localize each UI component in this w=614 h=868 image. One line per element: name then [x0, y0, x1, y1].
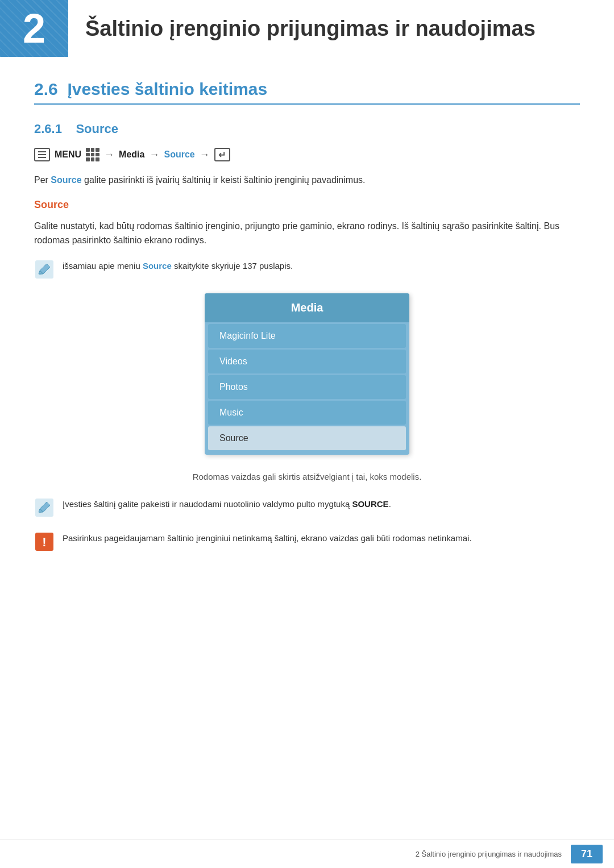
- subsection-heading: 2.6.1 Source: [34, 122, 580, 136]
- menu-item-magicinfo[interactable]: Magicinfo Lite: [208, 324, 406, 348]
- path-media: Media: [119, 149, 144, 160]
- note-block-1: išsamiau apie meniu Source skaitykite sk…: [34, 259, 580, 280]
- menu-path: MENU → Media → Source → ↵: [34, 148, 580, 161]
- footer-page-number: 71: [571, 845, 603, 863]
- source-subheading: Source: [34, 199, 580, 211]
- enter-icon: ↵: [214, 148, 230, 161]
- page-footer: 2 Šaltinio įrenginio prijungimas ir naud…: [0, 840, 614, 868]
- menu-item-videos[interactable]: Videos: [208, 350, 406, 373]
- menu-item-photos[interactable]: Photos: [208, 375, 406, 399]
- source-bold-2: SOURCE: [352, 499, 388, 509]
- path-enter: ↵: [214, 148, 230, 161]
- svg-text:!: !: [42, 535, 46, 549]
- section-heading: 2.6 Įvesties šaltinio keitimas: [34, 80, 580, 105]
- chapter-number: 2: [23, 5, 45, 52]
- pencil-icon: [34, 259, 55, 280]
- note-block-2: Įvesties šaltinį galite pakeisti ir naud…: [34, 497, 580, 518]
- warning-text: Pasirinkus pageidaujamam šaltinio įrengi…: [63, 531, 472, 545]
- main-content: 2.6 Įvesties šaltinio keitimas 2.6.1 Sou…: [0, 80, 614, 620]
- source-bold-note: Source: [143, 261, 172, 271]
- arrow-1: →: [104, 149, 114, 161]
- path-source: Source: [164, 149, 194, 160]
- media-menu-container: Media Magicinfo Lite Videos Photos Music…: [34, 293, 580, 455]
- chapter-title-area: Šaltinio įrenginio prijungimas ir naudoj…: [68, 0, 614, 57]
- arrow-2: →: [149, 149, 159, 161]
- warning-icon: !: [34, 531, 55, 552]
- note-text-1: išsamiau apie meniu Source skaitykite sk…: [63, 259, 293, 273]
- body-text-1: Per Source galite pasirinkti iš įvairių …: [34, 173, 580, 188]
- pencil-icon-2: [34, 497, 55, 518]
- footer-content: 2 Šaltinio įrenginio prijungimas ir naud…: [416, 845, 603, 863]
- warning-block: ! Pasirinkus pageidaujamam šaltinio įren…: [34, 531, 580, 552]
- grid-icon: [86, 148, 99, 161]
- menu-item-music[interactable]: Music: [208, 401, 406, 425]
- body-text-2: Galite nustatyti, kad būtų rodomas šalti…: [34, 219, 580, 248]
- menu-label: MENU: [55, 149, 81, 160]
- caption-text: Rodomas vaizdas gali skirtis atsižvelgia…: [34, 472, 580, 481]
- footer-chapter-text: 2 Šaltinio įrenginio prijungimas ir naud…: [416, 850, 562, 858]
- chapter-number-box: 2: [0, 0, 68, 57]
- menu-icon: [34, 148, 50, 161]
- media-menu-box: Media Magicinfo Lite Videos Photos Music…: [205, 293, 409, 455]
- media-menu-title: Media: [205, 293, 409, 322]
- chapter-title: Šaltinio įrenginio prijungimas ir naudoj…: [85, 16, 536, 41]
- source-bold-1: Source: [51, 175, 81, 185]
- chapter-header: 2 Šaltinio įrenginio prijungimas ir naud…: [0, 0, 614, 57]
- arrow-3: →: [200, 149, 210, 161]
- menu-item-source[interactable]: Source: [208, 426, 406, 450]
- note-text-2: Įvesties šaltinį galite pakeisti ir naud…: [63, 497, 391, 511]
